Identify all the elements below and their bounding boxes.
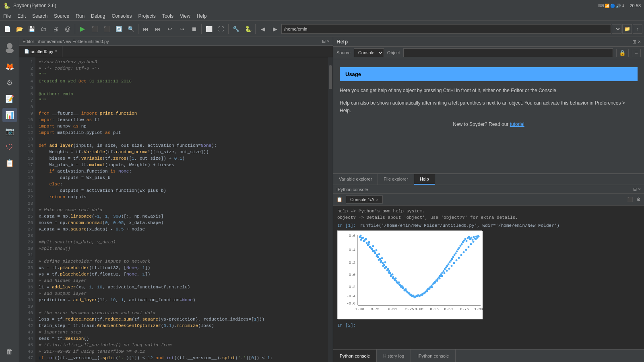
printer-button[interactable]: 🖨 (50, 23, 61, 35)
preferences-button[interactable]: 🔧 (230, 23, 242, 35)
plot-container: 0.6 0.4 0.2 0.0 -0.2 -0.4 -0.6 -1.00 -0.… (337, 230, 482, 319)
nav-back-button[interactable]: ◀ (257, 23, 268, 35)
new-file-button[interactable]: 📄 (2, 23, 13, 35)
svg-point-99 (451, 258, 453, 260)
path-dropdown[interactable] (612, 24, 621, 34)
svg-point-102 (455, 253, 457, 255)
step-out-button[interactable]: ↪ (176, 23, 188, 35)
tab-label: untitled0.py (31, 49, 53, 54)
menu-tools[interactable]: Tools (159, 11, 177, 21)
menu-file[interactable]: File (0, 11, 14, 21)
tab-history-log[interactable]: History log (377, 350, 411, 362)
tab-variable-explorer[interactable]: Variable explorer (333, 174, 378, 185)
tab-ipython-console[interactable]: IPython console (411, 350, 456, 362)
menu-view[interactable]: View (177, 11, 194, 21)
sidebar-icon-camera[interactable]: 📷 (2, 124, 17, 138)
svg-point-98 (450, 260, 452, 262)
menu-consoles[interactable]: Consoles (108, 11, 135, 21)
console-new-button[interactable]: 📋 (336, 197, 343, 202)
nav-forward-button[interactable]: ▶ (269, 23, 281, 35)
svg-point-135 (388, 272, 390, 274)
console-tab-close[interactable]: × (376, 197, 378, 202)
run-button[interactable]: ▶ (77, 23, 88, 35)
menu-search[interactable]: Search (29, 11, 51, 21)
console-settings-button[interactable]: ⚙ (636, 197, 641, 202)
svg-point-42 (384, 261, 386, 263)
console-stop-button[interactable]: ⬛ (627, 197, 633, 202)
svg-point-107 (461, 243, 463, 245)
svg-point-173 (475, 238, 477, 240)
sync-button[interactable]: ↑ (633, 24, 642, 34)
svg-point-159 (441, 275, 443, 277)
editor-close-button[interactable]: × (327, 39, 330, 44)
sidebar-icon-bug[interactable]: 🛡 (2, 140, 17, 154)
save-all-button[interactable]: 🗂 (38, 23, 49, 35)
tab-help[interactable]: Help (414, 174, 435, 185)
ipython-close-button[interactable]: × (638, 187, 641, 192)
continue-button[interactable]: ⏭ (152, 23, 163, 35)
help-options-button[interactable]: ≡ (632, 49, 641, 57)
code-editor[interactable]: #!/usr/bin/env python3 # -*- coding: utf… (35, 57, 328, 362)
code-area[interactable]: 12345 678910 1112131415 1617181920 21222… (19, 57, 333, 362)
open-file-button[interactable]: 📂 (14, 23, 25, 35)
run-debug-button[interactable]: ⬛ (89, 23, 100, 35)
sidebar-icon-trash[interactable]: 🗑 (2, 344, 17, 359)
svg-point-136 (390, 275, 392, 277)
svg-point-111 (466, 240, 468, 242)
svg-point-124 (364, 239, 366, 241)
sidebar-icon-chart[interactable]: 📊 (2, 108, 17, 122)
editor-scrollbar[interactable] (328, 57, 333, 362)
svg-point-94 (445, 267, 447, 269)
help-close-button[interactable]: × (638, 39, 641, 45)
titlebar: 🐍 Spyder (Python 3.6) ⌨📶🔵🔊⬇ 20:53 (0, 0, 644, 11)
sidebar-icon-profile[interactable] (2, 40, 17, 55)
scroll-thumb[interactable] (329, 65, 332, 89)
help-float-button[interactable]: ⊞ (632, 39, 636, 45)
menu-source[interactable]: Source (51, 11, 72, 21)
inspect-button[interactable]: 🔍 (125, 23, 136, 35)
debug-step-button[interactable]: ⏮ (140, 23, 151, 35)
tab-close-button[interactable]: × (55, 49, 57, 53)
email-button[interactable]: @ (62, 23, 73, 35)
toolbar-separator-3 (201, 24, 202, 34)
editor-float-button[interactable]: ⊞ (322, 39, 326, 44)
sidebar: 🦊 ⚙ 📝 📊 📷 🛡 📋 🗑 (0, 37, 19, 362)
debug-stop-button[interactable]: ⏹ (188, 23, 200, 35)
object-input[interactable] (403, 48, 613, 57)
svg-point-116 (472, 239, 474, 241)
menu-edit[interactable]: Edit (14, 11, 29, 21)
help-lock-button[interactable]: 🔒 (616, 49, 629, 57)
folder-button[interactable]: 📁 (622, 24, 632, 34)
tutorial-link[interactable]: tutorial (510, 121, 524, 127)
maximize-button[interactable]: ⬜ (203, 23, 215, 35)
step-in-button[interactable]: ↩ (164, 23, 175, 35)
svg-point-122 (360, 235, 362, 237)
new-to-spyder: New to Spyder? Read our tutorial (340, 121, 638, 127)
sidebar-icon-browser[interactable]: 🦊 (2, 60, 17, 74)
menu-run[interactable]: Run (72, 11, 88, 21)
sidebar-icon-code[interactable]: 📝 (2, 92, 17, 106)
source-select[interactable]: Console (354, 48, 384, 57)
tab-python-console[interactable]: Python console (333, 350, 377, 362)
ipython-float-button[interactable]: ⊞ (633, 187, 637, 192)
save-button[interactable]: 💾 (26, 23, 37, 35)
fullscreen-button[interactable]: ⛶ (215, 23, 227, 35)
menu-debug[interactable]: Debug (88, 11, 108, 21)
tab-file-explorer[interactable]: File explorer (378, 174, 414, 185)
right-panel: Help ⊞ × Source Console Object 🔒 ≡ Usage (333, 37, 644, 362)
svg-point-156 (434, 282, 436, 284)
svg-point-148 (415, 296, 417, 298)
ipython-panel: IPython console ⊞ × 📋 Console 1/A × ⬛ ⚙ … (333, 185, 644, 349)
python-path-button[interactable]: 🐍 (242, 23, 254, 35)
run-stop-button[interactable]: ⬛ (101, 23, 112, 35)
menu-help[interactable]: Help (194, 11, 210, 21)
svg-text:-0.4: -0.4 (347, 294, 355, 298)
editor-tab-untitled0[interactable]: 📄 untitled0.py × (19, 46, 62, 57)
restart-button[interactable]: 🔄 (113, 23, 124, 35)
svg-text:0.4: 0.4 (349, 248, 355, 252)
sidebar-icon-settings[interactable]: ⚙ (2, 76, 17, 90)
console-tab-1[interactable]: Console 1/A × (346, 195, 383, 204)
sidebar-icon-editor[interactable]: 📋 (2, 156, 17, 171)
menu-projects[interactable]: Projects (135, 11, 159, 21)
svg-point-1 (6, 48, 14, 53)
